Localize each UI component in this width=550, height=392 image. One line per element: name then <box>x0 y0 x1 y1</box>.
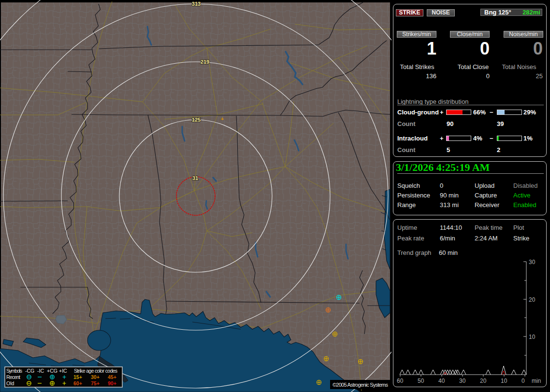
svg-text:0: 0 <box>521 378 525 384</box>
svg-text:10: 10 <box>529 334 536 340</box>
svg-text:30: 30 <box>529 259 536 266</box>
svg-text:125: 125 <box>192 117 201 123</box>
svg-text:31: 31 <box>192 175 198 181</box>
svg-text:50: 50 <box>418 378 424 384</box>
svg-text:10: 10 <box>501 378 507 384</box>
svg-text:15+: 15+ <box>73 374 82 380</box>
svg-text:Recent: Recent <box>6 374 20 380</box>
svg-text:©2005 Astrogenic Systems: ©2005 Astrogenic Systems <box>333 382 389 388</box>
svg-text:60: 60 <box>397 378 404 384</box>
svg-text:Strike age color codes: Strike age color codes <box>74 368 117 374</box>
svg-text:75+: 75+ <box>91 380 100 386</box>
svg-text:40: 40 <box>438 378 445 384</box>
svg-text:+: + <box>221 116 224 122</box>
svg-text:60+: 60+ <box>73 380 82 386</box>
svg-text:Old: Old <box>6 380 14 386</box>
svg-text:-CG: -CG <box>25 368 34 374</box>
svg-text:30+: 30+ <box>91 374 100 380</box>
svg-text:20: 20 <box>529 296 536 303</box>
svg-text:90+: 90+ <box>108 380 116 386</box>
svg-text:45+: 45+ <box>108 374 116 380</box>
svg-text:+IC: +IC <box>59 368 67 374</box>
svg-text:Symbols: Symbols <box>6 368 22 374</box>
svg-text:219: 219 <box>201 59 209 65</box>
svg-text:20: 20 <box>480 378 487 384</box>
svg-text:313: 313 <box>192 1 201 7</box>
svg-text:30: 30 <box>459 378 466 384</box>
svg-text:min: min <box>532 378 541 384</box>
svg-text:-IC: -IC <box>37 368 44 374</box>
svg-text:+CG: +CG <box>47 368 58 374</box>
